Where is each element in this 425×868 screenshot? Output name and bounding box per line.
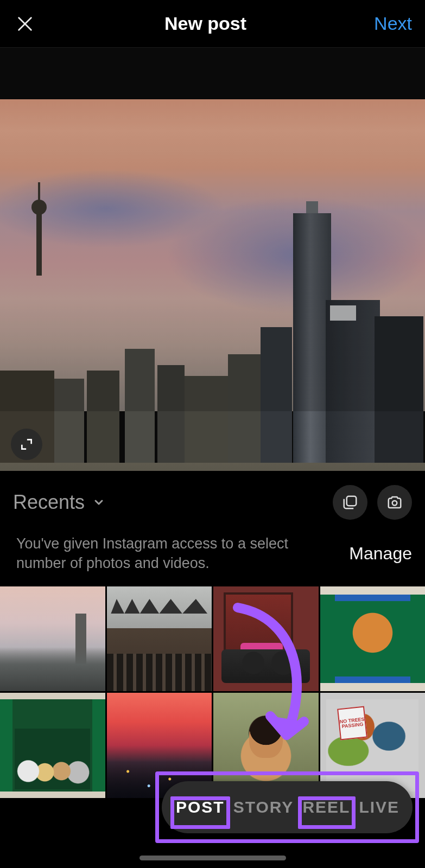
camera-icon (386, 494, 403, 510)
expand-icon (20, 437, 34, 451)
tab-story[interactable]: STORY (229, 795, 299, 820)
close-button[interactable] (13, 12, 37, 36)
sign-text: NO TREES PASSING (337, 706, 367, 741)
svg-rect-2 (347, 496, 357, 506)
tab-live[interactable]: LIVE (354, 795, 404, 820)
tab-reel[interactable]: REEL (298, 795, 354, 820)
album-row: Recents (0, 471, 425, 528)
photo-thumbnail[interactable] (0, 693, 105, 798)
content-type-tabs: POST STORY REEL LIVE (162, 781, 413, 833)
expand-crop-button[interactable] (11, 429, 42, 460)
multi-select-button[interactable] (333, 485, 367, 520)
preview-image (0, 99, 425, 411)
tab-post[interactable]: POST (172, 795, 229, 820)
photo-thumbnail[interactable] (320, 586, 426, 692)
permission-text: You've given Instagram access to a selec… (16, 534, 304, 573)
photo-grid: NO TREES PASSING (0, 586, 425, 798)
header-bar: New post Next (0, 0, 425, 48)
photo-thumbnail[interactable] (107, 586, 212, 692)
permission-row: You've given Instagram access to a selec… (0, 528, 425, 586)
photo-thumbnail[interactable] (213, 586, 319, 692)
chevron-down-icon (92, 496, 105, 509)
photo-thumbnail[interactable] (0, 586, 105, 692)
manage-button[interactable]: Manage (349, 544, 412, 564)
home-indicator[interactable] (139, 856, 286, 860)
next-button[interactable]: Next (374, 13, 412, 34)
camera-button[interactable] (377, 485, 412, 520)
media-preview[interactable] (0, 48, 425, 471)
close-icon (16, 15, 34, 33)
svg-point-3 (392, 501, 397, 506)
header-action-buttons (333, 485, 412, 520)
album-selector[interactable]: Recents (13, 491, 105, 514)
multi-select-icon (342, 494, 358, 510)
page-title: New post (37, 13, 374, 34)
album-label-text: Recents (13, 491, 85, 514)
